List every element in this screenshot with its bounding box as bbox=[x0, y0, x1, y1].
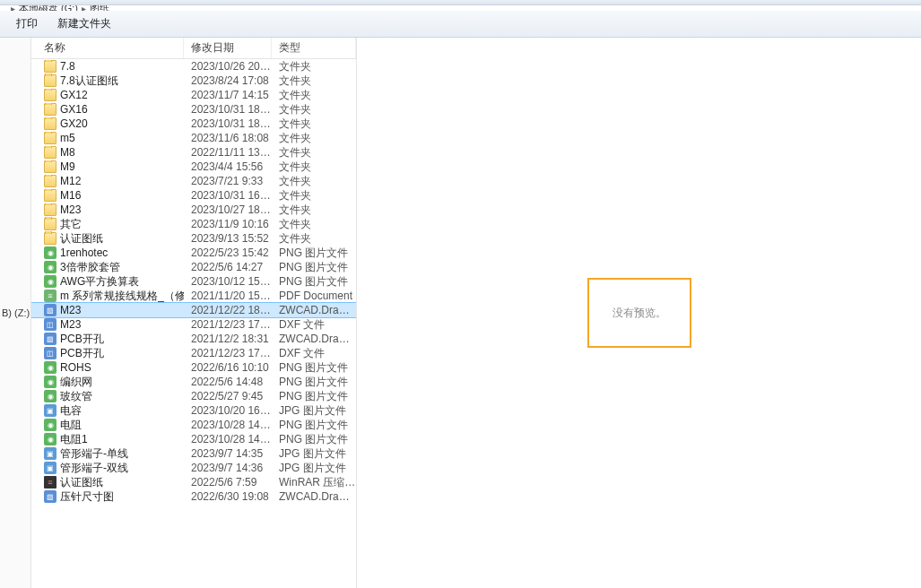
file-row[interactable]: 认证图纸2023/9/13 15:52文件夹 bbox=[31, 231, 356, 246]
file-name-label: GX16 bbox=[60, 103, 88, 116]
file-type-label: PNG 图片文件 bbox=[272, 260, 356, 275]
toolbar: 打印 新建文件夹 bbox=[0, 11, 921, 38]
file-type-label: PNG 图片文件 bbox=[272, 360, 356, 376]
file-row[interactable]: AWG平方换算表2023/10/12 15:11PNG 图片文件 bbox=[31, 274, 356, 289]
file-row[interactable]: GX122023/11/7 14:15文件夹 bbox=[31, 88, 356, 102]
header-name[interactable]: 名称 bbox=[31, 38, 184, 58]
file-type-label: ZWCAD.Drawing bbox=[272, 304, 356, 316]
file-name-label: 编织网 bbox=[60, 375, 92, 390]
file-type-label: WinRAR 压缩文... bbox=[272, 475, 356, 490]
file-name-label: M8 bbox=[60, 146, 75, 159]
file-row[interactable]: M232021/12/22 18:07ZWCAD.Drawing bbox=[31, 303, 356, 317]
file-row[interactable]: GX202023/10/31 18:55文件夹 bbox=[31, 117, 356, 131]
file-row[interactable]: M232021/12/23 17:45DXF 文件 bbox=[31, 317, 356, 332]
file-name-label: 认证图纸 bbox=[60, 475, 103, 490]
file-row[interactable]: 电容2023/10/20 16:53JPG 图片文件 bbox=[31, 403, 356, 418]
file-name-label: 其它 bbox=[60, 217, 82, 232]
file-name-label: 电容 bbox=[60, 403, 82, 419]
file-row[interactable]: M92023/4/4 15:56文件夹 bbox=[31, 160, 356, 174]
file-name-label: 7.8认证图纸 bbox=[60, 74, 118, 89]
file-row[interactable]: M162023/10/31 16:08文件夹 bbox=[31, 188, 356, 203]
file-type-label: 文件夹 bbox=[272, 117, 356, 132]
file-row[interactable]: 7.8认证图纸2023/8/24 17:08文件夹 bbox=[31, 74, 356, 88]
folder-icon bbox=[44, 232, 56, 245]
file-date-label: 2023/11/6 18:08 bbox=[184, 132, 272, 144]
file-row[interactable]: M122023/7/21 9:33文件夹 bbox=[31, 174, 356, 188]
file-row[interactable]: PCB开孔2021/12/23 17:45DXF 文件 bbox=[31, 346, 356, 360]
file-row[interactable]: M232023/10/27 18:44文件夹 bbox=[31, 203, 356, 217]
print-button[interactable]: 打印 bbox=[16, 16, 38, 31]
dxf-icon bbox=[44, 318, 56, 331]
file-type-label: DXF 文件 bbox=[272, 346, 356, 361]
file-type-label: JPG 图片文件 bbox=[272, 446, 356, 462]
folder-icon bbox=[44, 60, 56, 73]
png-icon bbox=[44, 261, 56, 273]
file-date-label: 2022/6/16 10:10 bbox=[184, 361, 272, 374]
file-row[interactable]: 7.82023/10/26 20:22文件夹 bbox=[31, 59, 356, 74]
file-row[interactable]: 电阻12023/10/28 14:48PNG 图片文件 bbox=[31, 432, 356, 446]
png-icon bbox=[44, 433, 56, 445]
file-name-label: 7.8 bbox=[60, 60, 75, 73]
sidebar-drive-label[interactable]: B) (Z:) bbox=[2, 307, 30, 318]
png-icon bbox=[44, 246, 56, 259]
file-explorer-window: ▸ 本地磁盘 (G:) ▸ 图纸 打印 新建文件夹 B) (Z:) 名称 修改日… bbox=[0, 0, 921, 588]
file-row[interactable]: PCB开孔2021/12/2 18:31ZWCAD.Drawing bbox=[31, 332, 356, 346]
file-row[interactable]: 电阻2023/10/28 14:47PNG 图片文件 bbox=[31, 418, 356, 432]
new-folder-button[interactable]: 新建文件夹 bbox=[57, 16, 111, 31]
folder-icon bbox=[44, 89, 56, 101]
file-type-label: 文件夹 bbox=[272, 188, 356, 203]
file-row[interactable]: m52023/11/6 18:08文件夹 bbox=[31, 131, 356, 145]
file-list: 名称 修改日期 类型 7.82023/10/26 20:22文件夹7.8认证图纸… bbox=[31, 38, 357, 588]
no-preview-label: 没有预览。 bbox=[613, 306, 666, 321]
dxf-icon bbox=[44, 347, 56, 359]
file-type-label: PNG 图片文件 bbox=[272, 389, 356, 404]
file-row[interactable]: 编织网2022/5/6 14:48PNG 图片文件 bbox=[31, 375, 356, 389]
file-name-label: M23 bbox=[60, 318, 81, 331]
file-row[interactable]: GX162023/10/31 18:55文件夹 bbox=[31, 102, 356, 117]
file-row[interactable]: M82022/11/11 13:56文件夹 bbox=[31, 145, 356, 160]
file-row[interactable]: 认证图纸2022/5/6 7:59WinRAR 压缩文... bbox=[31, 475, 356, 489]
file-type-label: JPG 图片文件 bbox=[272, 403, 356, 419]
file-name-label: M9 bbox=[60, 160, 75, 173]
file-row[interactable]: 压针尺寸图2022/6/30 19:08ZWCAD.Drawing bbox=[31, 489, 356, 504]
jpg-icon bbox=[44, 404, 56, 417]
file-row[interactable]: ROHS2022/6/16 10:10PNG 图片文件 bbox=[31, 360, 356, 375]
pdf-icon bbox=[44, 290, 56, 302]
file-type-label: 文件夹 bbox=[272, 74, 356, 89]
file-date-label: 2023/10/12 15:11 bbox=[184, 275, 272, 288]
file-row[interactable]: 3倍带胶套管2022/5/6 14:27PNG 图片文件 bbox=[31, 260, 356, 274]
file-name-label: GX12 bbox=[60, 89, 88, 101]
file-type-label: 文件夹 bbox=[272, 217, 356, 232]
header-date[interactable]: 修改日期 bbox=[184, 38, 272, 58]
png-icon bbox=[44, 390, 56, 402]
file-name-label: PCB开孔 bbox=[60, 346, 104, 361]
folder-icon bbox=[44, 189, 56, 202]
file-type-label: JPG 图片文件 bbox=[272, 461, 356, 476]
file-row[interactable]: m 系列常规接线规格_（修订版）2021/11/20 15:49PDF Docu… bbox=[31, 289, 356, 303]
file-name-label: 管形端子-单线 bbox=[60, 446, 128, 462]
file-date-label: 2021/12/2 18:31 bbox=[184, 333, 272, 345]
file-type-label: 文件夹 bbox=[272, 174, 356, 189]
file-name-label: AWG平方换算表 bbox=[60, 274, 139, 290]
file-row[interactable]: 1renhotec2022/5/23 15:42PNG 图片文件 bbox=[31, 246, 356, 260]
file-row[interactable]: 管形端子-双线2023/9/7 14:36JPG 图片文件 bbox=[31, 461, 356, 475]
main-area: B) (Z:) 名称 修改日期 类型 7.82023/10/26 20:22文件… bbox=[0, 38, 921, 588]
file-date-label: 2021/12/23 17:45 bbox=[184, 347, 272, 359]
file-name-label: m 系列常规接线规格_（修订版） bbox=[60, 289, 184, 304]
file-row[interactable]: 管形端子-单线2023/9/7 14:35JPG 图片文件 bbox=[31, 446, 356, 461]
header-type[interactable]: 类型 bbox=[272, 38, 356, 58]
file-type-label: PNG 图片文件 bbox=[272, 432, 356, 447]
png-icon bbox=[44, 275, 56, 288]
file-date-label: 2022/5/23 15:42 bbox=[184, 246, 272, 259]
file-date-label: 2023/10/27 18:44 bbox=[184, 203, 272, 216]
file-row[interactable]: 其它2023/11/9 10:16文件夹 bbox=[31, 217, 356, 231]
file-date-label: 2023/11/7 14:15 bbox=[184, 89, 272, 101]
folder-icon bbox=[44, 117, 56, 130]
sidebar: B) (Z:) bbox=[0, 38, 31, 588]
file-date-label: 2023/7/21 9:33 bbox=[184, 175, 272, 187]
file-row[interactable]: 玻纹管2022/5/27 9:45PNG 图片文件 bbox=[31, 389, 356, 403]
file-date-label: 2023/9/7 14:36 bbox=[184, 462, 272, 474]
file-name-label: 3倍带胶套管 bbox=[60, 260, 120, 275]
file-date-label: 2022/11/11 13:56 bbox=[184, 146, 272, 159]
file-rows[interactable]: 7.82023/10/26 20:22文件夹7.8认证图纸2023/8/24 1… bbox=[31, 59, 356, 588]
